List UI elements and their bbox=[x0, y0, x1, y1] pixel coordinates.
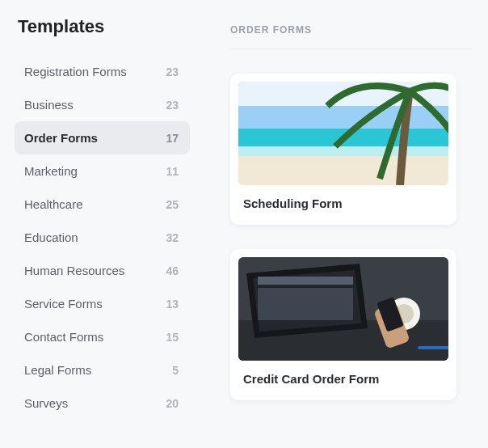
sidebar-item-registration-forms[interactable]: Registration Forms23 bbox=[15, 55, 190, 88]
sidebar-item-surveys[interactable]: Surveys20 bbox=[15, 387, 190, 420]
sidebar-item-count: 5 bbox=[172, 364, 179, 377]
sidebar-item-count: 11 bbox=[166, 165, 179, 178]
template-card-image bbox=[238, 82, 448, 185]
sidebar-item-label: Healthcare bbox=[24, 197, 83, 211]
svg-rect-10 bbox=[258, 288, 353, 320]
sidebar-item-education[interactable]: Education32 bbox=[15, 221, 190, 254]
svg-rect-9 bbox=[258, 277, 353, 285]
sidebar-item-count: 23 bbox=[166, 99, 179, 112]
sidebar-item-label: Registration Forms bbox=[24, 65, 127, 78]
sidebar: Templates Registration Forms23Business23… bbox=[0, 0, 198, 448]
sidebar-item-count: 25 bbox=[166, 198, 179, 211]
sidebar-item-legal-forms[interactable]: Legal Forms5 bbox=[15, 353, 190, 387]
section-header: ORDER FORMS bbox=[230, 24, 472, 49]
svg-rect-4 bbox=[238, 146, 448, 156]
sidebar-item-healthcare[interactable]: Healthcare25 bbox=[15, 188, 190, 221]
sidebar-item-count: 23 bbox=[166, 66, 179, 78]
sidebar-item-label: Legal Forms bbox=[24, 363, 91, 377]
sidebar-item-order-forms[interactable]: Order Forms17 bbox=[15, 121, 190, 154]
template-card-credit-card-order-form[interactable]: Credit Card Order Form bbox=[230, 249, 456, 400]
sidebar-item-contact-forms[interactable]: Contact Forms15 bbox=[15, 320, 190, 353]
sidebar-item-label: Marketing bbox=[24, 164, 78, 178]
sidebar-item-label: Contact Forms bbox=[24, 330, 103, 344]
sidebar-item-business[interactable]: Business23 bbox=[15, 88, 190, 121]
template-card-image bbox=[238, 257, 448, 361]
sidebar-item-human-resources[interactable]: Human Resources46 bbox=[15, 254, 190, 287]
sidebar-item-count: 17 bbox=[166, 132, 179, 145]
svg-rect-15 bbox=[418, 346, 448, 349]
sidebar-item-label: Order Forms bbox=[24, 131, 98, 145]
sidebar-item-label: Business bbox=[24, 98, 74, 112]
sidebar-item-label: Surveys bbox=[24, 396, 68, 410]
svg-rect-3 bbox=[238, 153, 448, 185]
sidebar-item-count: 20 bbox=[166, 397, 179, 410]
main-panel: ORDER FORMS Scheduling Form Credit Card … bbox=[198, 0, 488, 448]
category-list: Registration Forms23Business23Order Form… bbox=[15, 55, 190, 420]
template-card-scheduling-form[interactable]: Scheduling Form bbox=[230, 74, 456, 225]
sidebar-item-label: Education bbox=[24, 230, 78, 244]
template-card-title: Scheduling Form bbox=[238, 197, 448, 210]
sidebar-item-count: 46 bbox=[166, 264, 179, 277]
sidebar-item-marketing[interactable]: Marketing11 bbox=[15, 154, 190, 188]
sidebar-item-count: 32 bbox=[166, 231, 179, 244]
sidebar-title: Templates bbox=[15, 16, 190, 37]
sidebar-item-count: 13 bbox=[166, 298, 179, 311]
sidebar-item-count: 15 bbox=[166, 331, 179, 344]
sidebar-item-service-forms[interactable]: Service Forms13 bbox=[15, 287, 190, 320]
card-list: Scheduling Form Credit Card Order Form bbox=[230, 74, 472, 400]
template-card-title: Credit Card Order Form bbox=[238, 372, 448, 386]
sidebar-item-label: Service Forms bbox=[24, 297, 103, 311]
sidebar-item-label: Human Resources bbox=[24, 264, 124, 277]
